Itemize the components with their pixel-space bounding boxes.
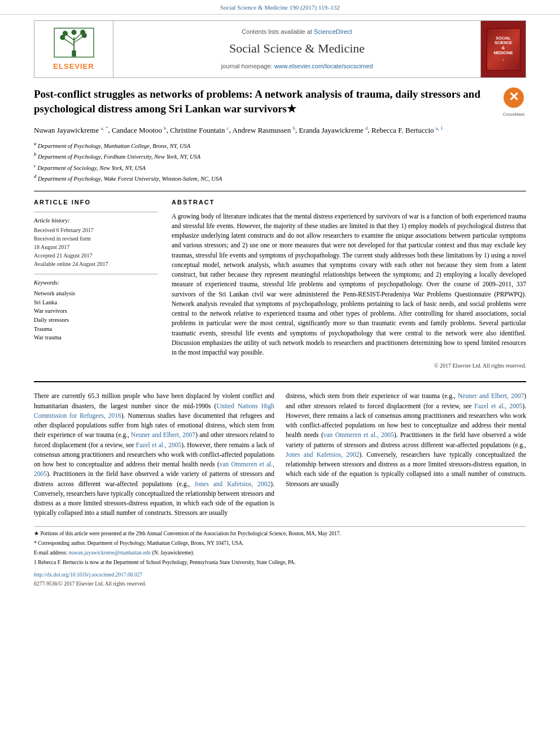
keyword-network-analysis: Network analysis: [34, 290, 158, 298]
crossmark-icon: ✕: [503, 87, 524, 108]
elsevier-wordmark: ELSEVIER: [53, 62, 94, 72]
homepage-link[interactable]: www.elsevier.com/locate/socscimed: [274, 63, 373, 69]
svg-text:✕: ✕: [509, 90, 519, 104]
health-keyword: health: [182, 461, 198, 468]
affil-c: c Department of Sociology, New York, NY,…: [34, 162, 526, 172]
ref-fazel-r[interactable]: Fazel et al., 2005: [474, 403, 522, 409]
author-andrew: Andrew Rasmussen b: [233, 126, 295, 134]
footnotes-section: ★ Portions of this article were presente…: [34, 526, 526, 588]
journal-reference-bar: Social Science & Medicine 190 (2017) 119…: [0, 0, 560, 15]
email-suffix: (N. Jayawickreme).: [152, 550, 195, 556]
email-label: E-mail address:: [34, 550, 67, 556]
footnote-star-text: ★ Portions of this article were presente…: [34, 531, 341, 536]
abstract-column: ABSTRACT A growing body of literature in…: [172, 198, 526, 370]
journal-title-section: Contents lists available at ScienceDirec…: [113, 21, 480, 77]
article-title: Post-conflict struggles as networks of p…: [34, 87, 501, 116]
svg-point-9: [80, 29, 85, 34]
journal-reference-text: Social Science & Medicine 190 (2017) 119…: [220, 4, 340, 11]
abstract-heading: ABSTRACT: [172, 198, 526, 207]
article-history-section: Article history: Received 6 February 201…: [34, 217, 158, 269]
ref-neuner-elbert[interactable]: Neuner and Elbert, 2007: [131, 431, 195, 438]
ref-unhcr[interactable]: United Nations High Commission for Refug…: [34, 403, 274, 419]
body-text-section: There are currently 65.3 million people …: [34, 391, 526, 518]
svg-line-3: [74, 36, 84, 42]
author-eranda: Eranda Jayawickreme d: [299, 126, 368, 134]
author-rebecca: Rebecca F. Bertuccio a, 1: [371, 126, 443, 134]
crossmark-badge[interactable]: ✕ CrossMark: [501, 87, 526, 117]
affiliations-section: a Department of Psychology, Manhattan Co…: [34, 140, 526, 183]
article-content: Post-conflict struggles as networks of p…: [0, 87, 560, 588]
abstract-text: A growing body of literature indicates t…: [172, 212, 526, 358]
journal-header: ELSEVIER Contents lists available at Sci…: [34, 20, 526, 78]
authors-line: Nuwan Jayawickreme a, *, Candace Mootoo …: [34, 124, 526, 136]
main-content-divider: [34, 381, 526, 382]
keyword-war-survivors: War survivors: [34, 307, 158, 316]
doi-link[interactable]: http://dx.doi.org/10.1016/j.socscimed.20…: [34, 571, 526, 579]
history-label: Article history:: [34, 217, 158, 225]
page-wrapper: Social Science & Medicine 190 (2017) 119…: [0, 0, 560, 747]
article-info-heading: ARTICLE INFO: [34, 198, 158, 207]
keyword-daily-stressors: Daily stressors: [34, 316, 158, 325]
elsevier-tree-icon: [51, 27, 97, 58]
copyright-notice: © 2017 Elsevier Ltd. All rights reserved…: [172, 362, 526, 370]
history-received: Received 6 February 2017: [34, 226, 158, 234]
svg-rect-0: [72, 50, 76, 56]
svg-line-4: [66, 34, 74, 40]
info-abstract-section: ARTICLE INFO Article history: Received 6…: [34, 191, 526, 370]
affil-b: b Department of Psychology, Fordham Univ…: [34, 151, 526, 161]
elsevier-logo: ELSEVIER: [51, 27, 97, 72]
journal-title: Social Science & Medicine: [229, 40, 365, 58]
body-column-left: There are currently 65.3 million people …: [34, 391, 274, 518]
keyword-trauma: Trauma: [34, 325, 158, 334]
ref-van-ommeren-r[interactable]: van Ommeren et al., 2005: [323, 431, 394, 438]
author-nuwan: Nuwan Jayawickreme a, *: [34, 126, 108, 134]
footnote-1: 1 Rebecca F. Bertuccio is now at the Dep…: [34, 559, 526, 566]
ref-fazel[interactable]: Fazel et al., 2005: [136, 442, 181, 448]
sciencedirect-link[interactable]: ScienceDirect: [314, 28, 352, 35]
article-title-section: Post-conflict struggles as networks of p…: [34, 87, 526, 117]
body-paragraph-1: There are currently 65.3 million people …: [34, 391, 274, 518]
history-online: Available online 24 August 2017: [34, 260, 158, 268]
footnote-corresponding: * Corresponding author. Department of Ps…: [34, 540, 526, 547]
keyword-sri-lanka: Sri Lanka: [34, 299, 158, 307]
history-accepted: Accepted 21 August 2017: [34, 252, 158, 260]
author-candace: Candace Mootoo b: [112, 126, 167, 134]
ref-van-ommeren[interactable]: van Ommeren et al., 2005: [34, 461, 274, 477]
article-info-column: ARTICLE INFO Article history: Received 6…: [34, 198, 158, 370]
contents-text: Contents lists available at: [242, 28, 312, 35]
footnote-corresponding-text: * Corresponding author. Department of Ps…: [34, 540, 244, 546]
crossmark-label: CrossMark: [501, 111, 526, 117]
info-divider: [34, 212, 158, 212]
author-christine: Christine Fountain c: [170, 126, 229, 134]
svg-point-8: [62, 30, 67, 36]
journal-cover-image: SOCIAL SCIENCE & MEDICINE ⚕: [487, 28, 520, 71]
contents-available-line: Contents lists available at ScienceDirec…: [242, 28, 352, 36]
footnote-star: ★ Portions of this article were presente…: [34, 530, 526, 538]
footnote-email: E-mail address: nuwan.jayawickreme@manha…: [34, 549, 526, 557]
ref-jones-kafetsios-r[interactable]: Jones and Kafetsios, 2002: [286, 451, 359, 458]
elsevier-logo-section: ELSEVIER: [34, 21, 113, 77]
svg-line-2: [63, 38, 73, 45]
history-revised-label: Received in revised form: [34, 235, 158, 243]
body-paragraph-right-1: distress, which stem from their experien…: [286, 391, 526, 489]
keyword-war-trauma: War trauma: [34, 334, 158, 342]
ref-jones-kafetsios[interactable]: Jones and Kafetsios, 2002: [194, 480, 270, 487]
email-link[interactable]: nuwan.jayawickreme@manhattan.edu: [69, 550, 152, 556]
network-keyword: Network: [172, 300, 194, 307]
history-revised-date: 18 August 2017: [34, 243, 158, 251]
body-column-right: distress, which stem from their experien…: [286, 391, 526, 518]
affil-a: a Department of Psychology, Manhattan Co…: [34, 140, 526, 150]
journal-cover-section: SOCIAL SCIENCE & MEDICINE ⚕: [480, 21, 526, 77]
homepage-label: journal homepage:: [221, 63, 272, 69]
journal-homepage-line: journal homepage: www.elsevier.com/locat…: [221, 62, 373, 71]
issn-line: 0277-9536/© 2017 Elsevier Ltd. All right…: [34, 580, 526, 588]
keywords-label: Keywords:: [34, 279, 158, 287]
keywords-section: Keywords: Network analysis Sri Lanka War…: [34, 274, 158, 342]
svg-point-10: [71, 29, 76, 34]
affil-d: d Department of Psychology, Wake Forest …: [34, 173, 526, 183]
ref-neuner-elbert-r[interactable]: Neuner and Elbert, 2007: [458, 392, 524, 399]
